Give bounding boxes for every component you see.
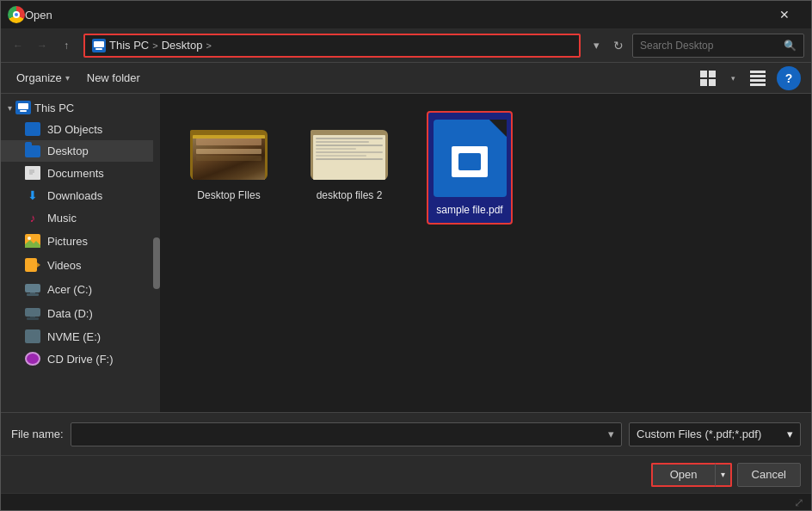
sidebar-label-nvme: NVME (E:)	[47, 330, 101, 343]
pdf-blue-rect	[458, 153, 481, 170]
organize-label: Organize	[16, 71, 62, 84]
desktop-folder-icon	[25, 145, 40, 157]
open-dialog: Open ✕ ← → ↑ This PC > Desktop > ▾ ↻ 🔍 O…	[0, 0, 812, 511]
sidebar-item-3dobjects[interactable]: 3D Objects	[1, 118, 159, 140]
sidebar-label-videos: Videos	[47, 259, 82, 272]
pc-icon	[92, 39, 106, 52]
sidebar-item-data[interactable]: Data (D:)	[1, 301, 159, 325]
view-icon-1[interactable]	[696, 66, 720, 90]
forward-button[interactable]: →	[32, 35, 52, 56]
search-bar: 🔍	[632, 34, 804, 58]
resize-handle[interactable]: ⤢	[794, 496, 804, 509]
folder-deco2	[196, 149, 261, 154]
folder-thumb-desktop-files	[190, 118, 268, 182]
paper-line3	[316, 145, 383, 146]
sidebar-label-music: Music	[47, 212, 77, 225]
search-input[interactable]	[640, 40, 780, 52]
sidebar-scrollbar-track	[153, 94, 160, 412]
file-label-sample-pdf: sample file.pdf	[436, 204, 502, 216]
file-item-sample-pdf[interactable]: sample file.pdf	[427, 111, 513, 225]
nvme-icon	[25, 329, 40, 343]
pc-icon-sidebar	[15, 101, 31, 114]
cd-icon	[25, 352, 40, 366]
open-dropdown-button[interactable]: ▾	[715, 463, 732, 487]
search-icon[interactable]: 🔍	[784, 40, 797, 52]
sidebar-item-documents[interactable]: Documents	[1, 162, 159, 184]
filetype-select[interactable]: Custom Files (*.pdf;*.pdf) ▾	[629, 422, 801, 446]
refresh-button[interactable]: ↻	[608, 35, 629, 56]
cancel-button[interactable]: Cancel	[737, 463, 801, 487]
folder-deco3	[196, 156, 261, 161]
sidebar-this-pc[interactable]: ▾ This PC	[1, 97, 159, 118]
music-icon: ♪	[25, 211, 40, 225]
breadcrumb-dropdown[interactable]: ▾	[587, 34, 605, 58]
sidebar-label-data: Data (D:)	[47, 307, 93, 320]
close-button[interactable]: ✕	[765, 1, 804, 28]
sidebar-item-downloads[interactable]: ⬇ Downloads	[1, 184, 159, 206]
svg-rect-1	[95, 48, 102, 50]
sidebar-item-cd[interactable]: CD Drive (F:)	[1, 348, 159, 370]
view-icon-2[interactable]	[746, 66, 770, 90]
status-bar: ⤢	[1, 493, 811, 510]
svg-rect-4	[700, 79, 707, 86]
svg-rect-11	[20, 110, 27, 112]
open-btn-wrapper: Open ▾	[651, 463, 732, 487]
svg-rect-12	[28, 167, 36, 179]
main-area: ▾ This PC 3D Objects Desktop	[1, 94, 811, 412]
paper-line1	[316, 138, 383, 139]
filename-label: File name:	[11, 428, 64, 440]
folder-thumb-desktop-files-2	[311, 118, 388, 182]
svg-rect-8	[750, 79, 766, 82]
breadcrumb-bar[interactable]: This PC > Desktop >	[83, 34, 581, 58]
svg-rect-18	[25, 258, 37, 272]
downloads-icon: ⬇	[25, 188, 40, 202]
folder-front	[193, 135, 265, 180]
sidebar-item-music[interactable]: ♪ Music	[1, 206, 159, 229]
sidebar-item-pictures[interactable]: Pictures	[1, 229, 159, 253]
svg-rect-0	[94, 41, 104, 47]
sidebar-item-videos[interactable]: Videos	[1, 253, 159, 277]
paper-line7	[316, 158, 383, 160]
data-drive-icon	[25, 305, 40, 321]
sidebar-label-acer: Acer (C:)	[47, 283, 92, 296]
action-bar: Open ▾ Cancel	[1, 455, 811, 493]
help-button[interactable]: ?	[777, 66, 801, 90]
file-label-desktop-files: Desktop FIles	[197, 189, 260, 201]
sidebar-scrollbar-thumb[interactable]	[153, 237, 160, 289]
svg-rect-3	[709, 71, 716, 77]
back-button[interactable]: ←	[8, 35, 28, 56]
navbar: ← → ↑ This PC > Desktop > ▾ ↻ 🔍	[1, 28, 811, 63]
file-item-desktop-files[interactable]: Desktop FIles	[186, 111, 272, 208]
open-button[interactable]: Open	[651, 463, 715, 487]
file-item-desktop-files-2[interactable]: desktop files 2	[306, 111, 392, 208]
up-button[interactable]: ↑	[56, 35, 77, 56]
new-folder-label: New folder	[87, 71, 140, 84]
folder-deco1	[196, 139, 261, 145]
svg-rect-22	[30, 292, 35, 294]
sidebar-item-acer[interactable]: Acer (C:)	[1, 277, 159, 301]
folder-content-image	[193, 139, 265, 180]
organize-chevron: ▾	[65, 73, 70, 83]
filename-dropdown-arrow[interactable]: ▾	[608, 428, 614, 440]
sidebar-item-nvme[interactable]: NVME (E:)	[1, 325, 159, 348]
breadcrumb-pc: This PC	[109, 39, 149, 52]
filetype-label: Custom Files (*.pdf;*.pdf)	[637, 428, 761, 440]
view-icon-dropdown[interactable]: ▾	[727, 66, 739, 90]
filename-input-wrapper: ▾	[71, 422, 622, 446]
paper-line2	[316, 141, 369, 143]
filename-input[interactable]	[78, 428, 608, 440]
sidebar-label-pictures: Pictures	[47, 235, 88, 248]
sidebar-label-3dobjects: 3D Objects	[47, 123, 102, 136]
pdf-corner-fold	[489, 120, 507, 137]
organize-button[interactable]: Organize ▾	[11, 68, 75, 88]
sidebar-label-downloads: Downloads	[47, 189, 102, 202]
file-label-desktop-files-2: desktop files 2	[317, 189, 383, 201]
sidebar-item-desktop[interactable]: Desktop	[1, 140, 159, 162]
videos-icon	[25, 257, 40, 273]
bottom-bar: File name: ▾ Custom Files (*.pdf;*.pdf) …	[1, 412, 811, 455]
acer-icon	[25, 281, 40, 297]
new-folder-button[interactable]: New folder	[82, 68, 145, 88]
paper-line6	[316, 155, 366, 157]
sidebar: ▾ This PC 3D Objects Desktop	[1, 94, 160, 373]
pictures-icon	[25, 233, 40, 249]
